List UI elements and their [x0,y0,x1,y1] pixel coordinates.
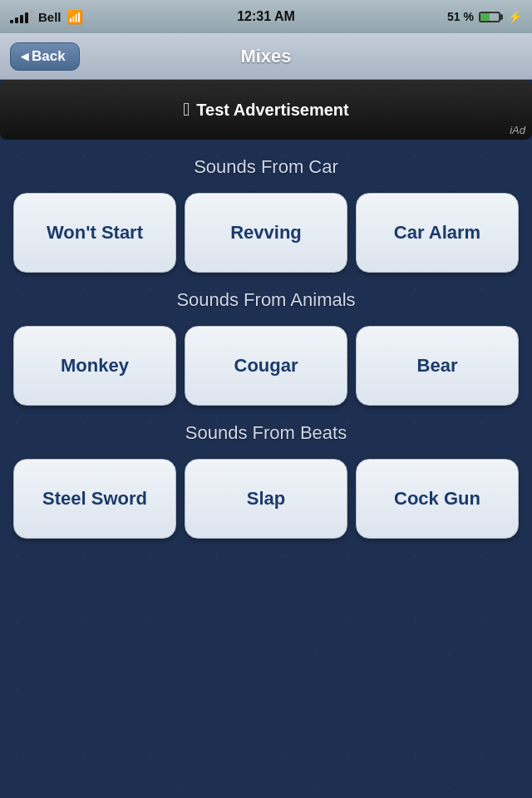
carrier-label: Bell [38,10,62,24]
time-display: 12:31 AM [237,9,295,24]
revving-button[interactable]: Revving [185,193,347,273]
main-content: Sounds From Car Won't Start Revving Car … [0,140,532,798]
status-right: 51 % ⚡ [447,10,522,23]
ad-text:  Test Advertisement [183,99,348,121]
wifi-icon: 📶 [66,9,83,25]
status-bar: Bell 📶 12:31 AM 51 % ⚡ [0,0,532,33]
charging-icon: ⚡ [508,10,522,23]
animals-button-row: Monkey Cougar Bear [13,326,519,406]
section-animals: Sounds From Animals Monkey Cougar Bear [13,289,519,406]
status-left: Bell 📶 [10,9,83,25]
section-title-car: Sounds From Car [13,156,519,178]
cougar-button[interactable]: Cougar [185,326,347,406]
wont-start-button[interactable]: Won't Start [13,193,176,273]
back-button[interactable]: Back [10,42,80,71]
steel-sword-button[interactable]: Steel Sword [13,459,176,539]
apple-logo-icon:  [183,99,190,121]
section-title-beats: Sounds From Beats [13,422,519,444]
cock-gun-button[interactable]: Cock Gun [356,459,519,539]
signal-bars [10,10,33,23]
section-beats: Sounds From Beats Steel Sword Slap Cock … [13,422,519,539]
bear-button[interactable]: Bear [356,326,519,406]
slap-button[interactable]: Slap [185,459,347,539]
battery-percent: 51 % [447,10,474,23]
car-alarm-button[interactable]: Car Alarm [356,193,519,273]
monkey-button[interactable]: Monkey [13,326,176,406]
battery-icon [479,12,503,22]
section-title-animals: Sounds From Animals [13,289,519,311]
ad-banner[interactable]:  Test Advertisement iAd [0,80,532,140]
section-car: Sounds From Car Won't Start Revving Car … [13,156,519,273]
car-button-row: Won't Start Revving Car Alarm [13,193,519,273]
ad-label-text: Test Advertisement [196,101,348,120]
nav-title: Mixes [240,46,291,67]
beats-button-row: Steel Sword Slap Cock Gun [13,459,519,539]
iad-label: iAd [510,124,525,136]
nav-bar: Back Mixes [0,33,532,80]
